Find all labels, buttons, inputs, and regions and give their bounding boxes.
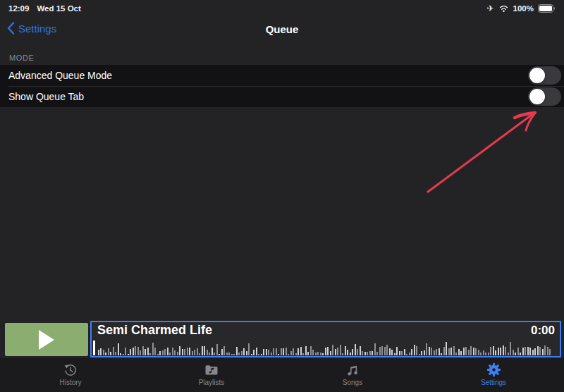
show-queue-tab-toggle[interactable]: [528, 87, 561, 106]
wifi-icon: [498, 4, 509, 13]
waveform-bar: [473, 348, 474, 355]
waveform-bar: [455, 353, 457, 355]
waveform-bar: [154, 348, 156, 355]
advanced-queue-mode-toggle[interactable]: [528, 66, 561, 85]
waveform-bar: [475, 348, 477, 355]
waveform-bar: [470, 346, 472, 355]
tab-history[interactable]: History: [0, 358, 141, 392]
waveform-bar: [534, 348, 536, 355]
play-icon: [38, 330, 55, 350]
waveform-bar: [182, 349, 183, 355]
waveform-bar: [342, 353, 343, 355]
waveform-bar: [192, 351, 193, 355]
waveform-bar: [478, 350, 479, 355]
waveform-bar: [268, 350, 269, 355]
waveform-bar: [337, 348, 338, 355]
waveform-bar: [493, 346, 494, 355]
waveform-bar: [271, 353, 272, 355]
waveform-bar: [503, 345, 504, 355]
waveform-bar: [434, 350, 435, 355]
waveform-bar: [149, 353, 151, 355]
waveform-bar: [288, 354, 289, 355]
tab-playlists[interactable]: Playlists: [141, 358, 282, 392]
waveform-bar: [157, 354, 159, 355]
tab-label: Playlists: [199, 379, 225, 386]
waveform-bar: [532, 350, 534, 355]
waveform-bar: [498, 348, 499, 355]
waveform-bar: [212, 348, 213, 355]
row-advanced-queue-mode: Advanced Queue Mode: [0, 65, 564, 86]
waveform-bar: [261, 354, 262, 355]
waveform-bar: [179, 346, 180, 355]
waveform-bar: [465, 347, 467, 355]
waveform-bar: [125, 348, 126, 355]
waveform-bar: [187, 348, 188, 355]
waveform-bar: [145, 349, 146, 355]
waveform-bar: [401, 351, 403, 355]
waveform-bar: [202, 346, 203, 355]
waveform-bar: [105, 353, 106, 355]
waveform-bar: [357, 349, 358, 355]
waveform-bar: [529, 348, 531, 355]
waveform-bar: [118, 343, 119, 355]
battery-icon: [538, 4, 556, 13]
waveform-bar: [394, 353, 396, 355]
waveform-bar: [233, 354, 235, 355]
waveform-bar: [374, 343, 376, 355]
row-label: Advanced Queue Mode: [8, 70, 112, 81]
waveform-bar: [436, 349, 437, 355]
waveform-bar: [542, 349, 544, 355]
waveform-bar: [527, 347, 529, 355]
waveform-bar: [480, 353, 482, 355]
waveform-bar: [207, 350, 208, 355]
playlists-icon: [204, 362, 219, 377]
waveform-bar: [547, 347, 548, 355]
waveform-bar: [406, 354, 407, 355]
waveform-bar: [223, 346, 225, 355]
waveform-bar: [276, 348, 277, 355]
waveform-bar: [290, 351, 292, 355]
tab-settings[interactable]: Settings: [423, 358, 564, 392]
waveform-bar: [243, 348, 245, 355]
tab-label: Settings: [481, 379, 506, 386]
waveform-bar: [539, 347, 541, 355]
waveform-bar: [142, 346, 144, 355]
waveform-bar: [460, 351, 462, 355]
battery-percent: 100%: [513, 4, 534, 13]
waveform-bar: [404, 349, 405, 355]
waveform-bar: [419, 354, 420, 355]
waveform-bar: [421, 351, 422, 355]
airplane-mode-icon: ✈︎: [487, 4, 494, 13]
waveform-bar: [295, 353, 297, 355]
waveform-bar: [194, 350, 195, 355]
waveform-bar: [327, 347, 329, 355]
waveform-bar: [446, 342, 447, 355]
waveform-bar: [120, 353, 121, 355]
waveform-bar: [350, 353, 351, 355]
waveform-bar: [293, 348, 294, 355]
waveform-bar: [278, 354, 279, 355]
waveform-bar: [431, 348, 432, 355]
waveform-bar: [544, 345, 546, 355]
waveform-bar: [133, 348, 134, 355]
play-button[interactable]: [5, 323, 88, 356]
waveform-bar: [317, 352, 319, 355]
red-arrow-annotation: [409, 99, 557, 212]
waveform-bar: [381, 346, 383, 355]
waveform[interactable]: [93, 339, 558, 355]
waveform-bar: [128, 354, 129, 355]
now-playing-panel[interactable]: Semi Charmed Life 0:00: [90, 321, 561, 357]
waveform-bar: [463, 348, 465, 355]
waveform-bar: [520, 353, 521, 355]
waveform-bar: [238, 353, 240, 355]
tab-songs[interactable]: Songs: [282, 358, 423, 392]
waveform-bar: [209, 353, 210, 355]
waveform-bar: [310, 346, 312, 355]
waveform-bar: [159, 351, 161, 355]
toggle-knob: [529, 68, 545, 83]
waveform-bar: [386, 345, 388, 355]
waveform-bar: [332, 345, 333, 355]
waveform-bar: [100, 348, 102, 355]
waveform-bar: [411, 349, 412, 355]
waveform-bar: [110, 352, 111, 355]
